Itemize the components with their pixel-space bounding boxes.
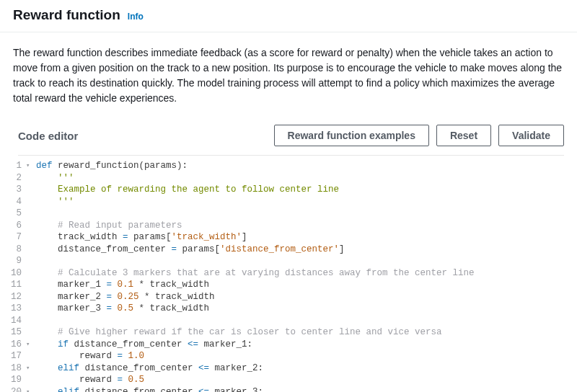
line-number: 18▾ [0,362,26,375]
line-number: 4 [0,196,26,208]
code-line[interactable]: 8 distance_from_center = params['distanc… [0,244,577,256]
divider [18,155,564,156]
code-line[interactable]: 17 reward = 1.0 [0,350,577,362]
line-number: 6 [0,220,26,232]
line-number: 17 [0,350,26,362]
line-number: 8 [0,244,26,256]
fold-icon[interactable]: ▾ [26,339,30,351]
line-number: 12 [0,291,26,303]
line-number: 11 [0,279,26,291]
code-line[interactable]: 12 marker_2 = 0.25 * track_width [0,291,577,303]
line-number: 7 [0,231,26,244]
code-line[interactable]: 9 [0,255,577,267]
fold-icon[interactable]: ▾ [26,160,30,172]
code-line[interactable]: 6 # Read input parameters [0,220,577,232]
line-number: 2 [0,172,26,184]
fold-icon[interactable]: ▾ [26,386,30,393]
info-link[interactable]: Info [128,12,144,22]
fold-icon[interactable]: ▾ [26,362,30,375]
line-number: 14 [0,315,26,327]
line-number: 15 [0,326,26,339]
code-editor[interactable]: 1▾ def reward_function(params): 2 ''' 3 … [0,159,577,392]
line-number: 13 [0,303,26,315]
code-line[interactable]: 18▾ elif distance_from_center <= marker_… [0,362,577,375]
examples-button[interactable]: Reward function examples [274,125,429,146]
code-line[interactable]: 3 Example of rewarding the agent to foll… [0,184,577,196]
editor-toolbar: Code editor Reward function examples Res… [0,119,577,155]
line-number: 5 [0,208,26,220]
line-number: 16▾ [0,339,26,351]
code-line[interactable]: 15 # Give higher reward if the car is cl… [0,326,577,339]
code-line[interactable]: 5 [0,208,577,220]
code-line[interactable]: 20▾ elif distance_from_center <= marker_… [0,386,577,393]
code-line[interactable]: 4 ''' [0,196,577,208]
validate-button[interactable]: Validate [498,125,564,146]
line-number: 10 [0,267,26,280]
line-number: 1▾ [0,160,26,172]
line-number: 19 [0,374,26,386]
code-line[interactable]: 11 marker_1 = 0.1 * track_width [0,279,577,291]
code-editor-label: Code editor [18,130,267,142]
page-title: Reward function [13,7,120,23]
code-line[interactable]: 13 marker_3 = 0.5 * track_width [0,303,577,315]
line-number: 20▾ [0,386,26,393]
code-line[interactable]: 7 track_width = params['track_width'] [0,231,577,244]
description-text: The reward function describes immediate … [13,45,564,106]
reset-button[interactable]: Reset [436,125,491,146]
code-line[interactable]: 2 ''' [0,172,577,184]
code-line[interactable]: 16▾ if distance_from_center <= marker_1: [0,339,577,351]
code-line[interactable]: 10 # Calculate 3 markers that are at var… [0,267,577,280]
code-line[interactable]: 1▾ def reward_function(params): [0,160,577,172]
code-line[interactable]: 14 [0,315,577,327]
line-number: 3 [0,184,26,196]
code-line[interactable]: 19 reward = 0.5 [0,374,577,386]
line-number: 9 [0,255,26,267]
